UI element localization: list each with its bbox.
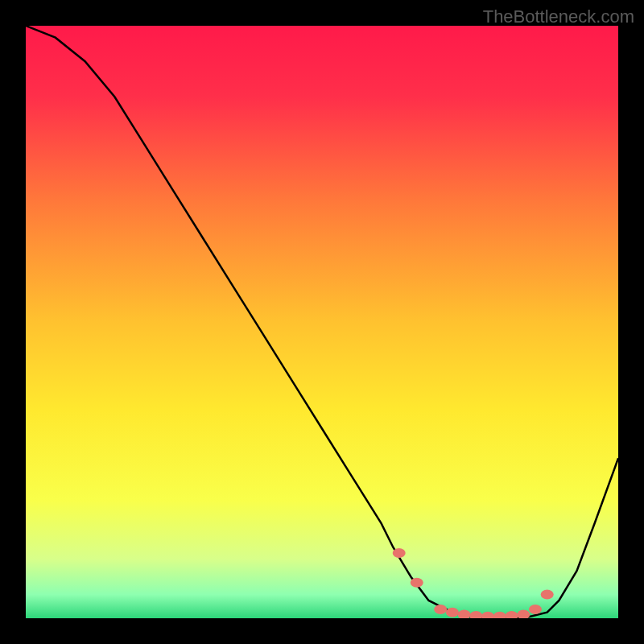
marker-point: [411, 578, 423, 588]
highlight-markers: [393, 548, 554, 618]
chart-curve-layer: [26, 26, 618, 618]
marker-point: [393, 548, 406, 558]
marker-point: [446, 608, 459, 617]
marker-point: [469, 611, 482, 618]
marker-point: [493, 612, 506, 618]
marker-point: [434, 605, 447, 614]
bottleneck-curve: [26, 26, 618, 618]
marker-point: [541, 590, 554, 600]
marker-point: [517, 610, 530, 618]
marker-point: [481, 612, 494, 618]
chart-container: [26, 26, 618, 618]
marker-point: [506, 611, 518, 618]
marker-point: [529, 605, 542, 614]
watermark-text: TheBottleneck.com: [483, 6, 634, 27]
marker-point: [458, 610, 471, 618]
